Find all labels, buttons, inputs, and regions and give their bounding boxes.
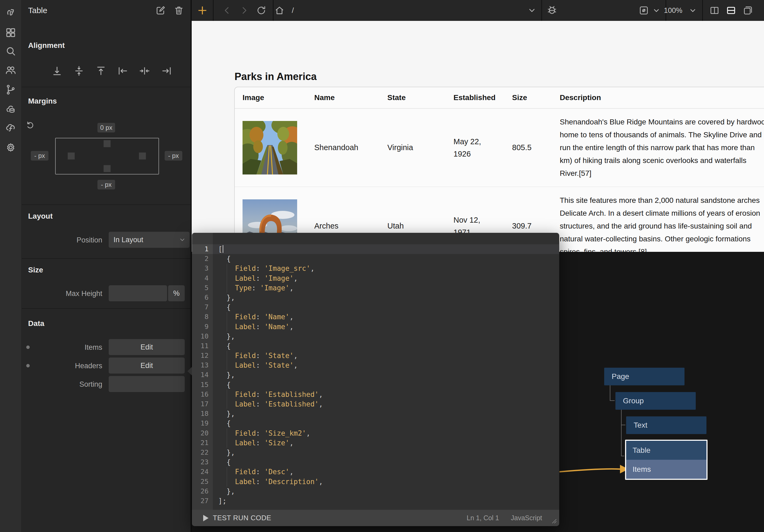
align-top-icon[interactable] [95, 65, 106, 77]
margin-left-input[interactable]: - px [31, 151, 49, 161]
split-rows-icon[interactable] [726, 5, 736, 16]
code-line[interactable]: 25 Label: 'Description', [192, 477, 559, 486]
code-line[interactable]: 15 { [192, 380, 559, 390]
page-path[interactable]: / [292, 6, 294, 15]
stacked-windows-icon[interactable] [743, 5, 753, 16]
canvas-preview[interactable]: Parks in America Image Name State Establ… [192, 21, 764, 252]
code-line[interactable]: 24 Field: 'Desc', [192, 467, 559, 477]
align-right-icon[interactable] [161, 65, 172, 77]
code-line[interactable]: 12 Field: 'State', [192, 351, 559, 360]
margin-bottom-input[interactable]: - px [97, 180, 115, 189]
viewport-size-icon[interactable] [639, 5, 649, 16]
align-bottom-icon[interactable] [51, 65, 63, 77]
tree-node-label: Table [633, 446, 651, 455]
code-lines[interactable]: 1[2 {3 Field: 'Image_src',4 Label: 'Imag… [192, 244, 559, 506]
code-line[interactable]: 14 }, [192, 370, 559, 380]
code-line[interactable]: 19 { [192, 419, 559, 428]
add-component-button[interactable] [192, 0, 213, 21]
tree-node-group[interactable]: Group [616, 392, 696, 410]
max-height-input[interactable] [109, 285, 167, 301]
code-line[interactable]: 13 Label: 'State', [192, 360, 559, 370]
tree-node-table-items[interactable]: Items [626, 460, 706, 479]
code-line[interactable]: 18 }, [192, 409, 559, 419]
margin-handle-top[interactable] [103, 140, 110, 147]
margin-right-input[interactable]: - px [165, 151, 182, 161]
table-component[interactable]: Image Name State Established Size Descri… [234, 87, 764, 252]
resize-grip-icon[interactable] [550, 517, 557, 524]
margin-top-input[interactable]: 0 px [97, 123, 115, 132]
align-horizontal-center-icon[interactable] [139, 65, 150, 77]
align-vertical-center-icon[interactable] [73, 65, 85, 77]
code-line[interactable]: 9 Label: 'Name', [192, 322, 559, 332]
code-line[interactable]: 20 Field: 'Size_km2', [192, 429, 559, 438]
delete-component-icon[interactable] [173, 5, 184, 16]
cell-state: Utah [387, 222, 454, 231]
code-line[interactable]: 26 }, [192, 486, 559, 496]
code-line[interactable]: 5 Type: 'Image', [192, 283, 559, 293]
code-line[interactable]: 10 }, [192, 332, 559, 341]
col-header-image: Image [243, 93, 314, 102]
select-chevron-icon [179, 236, 186, 243]
items-edit-button[interactable]: Edit [109, 339, 185, 355]
data-sources-icon[interactable] [5, 103, 17, 115]
debug-bug-icon[interactable] [547, 5, 557, 16]
reset-margins-icon[interactable] [25, 120, 35, 130]
cell-established: May 22, 1926 [454, 135, 512, 160]
tree-node-page[interactable]: Page [604, 368, 684, 385]
app-logo-icon[interactable] [5, 6, 17, 18]
align-left-icon[interactable] [117, 65, 128, 77]
code-line[interactable]: 1[ [192, 244, 559, 254]
code-line[interactable]: 2 { [192, 254, 559, 264]
code-line[interactable]: 23 { [192, 457, 559, 467]
margin-handle-bottom[interactable] [103, 165, 110, 172]
viewport-dropdown-chevron-icon[interactable] [651, 5, 662, 16]
run-label: TEST RUN CODE [213, 514, 271, 522]
tree-node-table[interactable]: Table [626, 441, 706, 460]
code-line[interactable]: 17 Label: 'Established', [192, 399, 559, 409]
max-height-unit[interactable]: % [168, 285, 185, 301]
zoom-level[interactable]: 100% [664, 6, 682, 15]
language-indicator: JavaScript [511, 514, 542, 522]
code-line[interactable]: 21 Label: 'Size', [192, 438, 559, 448]
margin-handle-left[interactable] [68, 152, 75, 159]
home-icon[interactable] [274, 5, 285, 16]
preview-page-title: Parks in America [235, 71, 317, 83]
position-select[interactable]: In Layout [109, 232, 190, 248]
version-control-icon[interactable] [5, 84, 17, 95]
code-line[interactable]: 7 { [192, 302, 559, 312]
inspector-panel: Alignment Margins 0 px - px - px - px [21, 21, 191, 532]
code-line[interactable]: 22 }, [192, 448, 559, 457]
code-line[interactable]: 8 Field: 'Name', [192, 312, 559, 322]
headers-label: Headers [27, 362, 102, 370]
functions-icon[interactable] [5, 122, 17, 133]
components-icon[interactable] [5, 27, 17, 39]
path-dropdown-chevron-icon[interactable] [526, 5, 537, 16]
sorting-label: Sorting [27, 380, 102, 389]
editor-popover-tail [187, 367, 192, 376]
col-header-established: Established [454, 93, 512, 102]
icon-rail [0, 0, 22, 532]
sorting-input[interactable] [109, 376, 185, 392]
play-icon [203, 515, 209, 521]
rename-component-icon[interactable] [155, 5, 166, 16]
users-icon[interactable] [5, 64, 17, 76]
split-columns-icon[interactable] [709, 5, 720, 16]
code-line[interactable]: 16 Field: 'Established', [192, 390, 559, 399]
zoom-dropdown-chevron-icon[interactable] [687, 5, 698, 16]
code-line[interactable]: 6 }, [192, 293, 559, 302]
code-line[interactable]: 27]; [192, 496, 559, 506]
search-icon[interactable] [5, 45, 17, 57]
code-line[interactable]: 4 Label: 'Image', [192, 273, 559, 283]
headers-edit-button[interactable]: Edit [109, 358, 185, 374]
code-line[interactable]: 3 Field: 'Image_src', [192, 264, 559, 273]
code-line[interactable]: 11 { [192, 341, 559, 351]
section-heading-layout: Layout [28, 212, 53, 221]
nav-back-icon[interactable] [222, 5, 232, 16]
refresh-icon[interactable] [256, 5, 267, 16]
settings-gear-icon[interactable] [5, 141, 17, 153]
tree-node-text[interactable]: Text [626, 417, 706, 434]
margin-handle-right[interactable] [139, 152, 146, 159]
nav-forward-icon[interactable] [239, 5, 250, 16]
test-run-code-button[interactable]: TEST RUN CODE [203, 514, 271, 522]
top-toolbar: Table / [21, 0, 764, 21]
